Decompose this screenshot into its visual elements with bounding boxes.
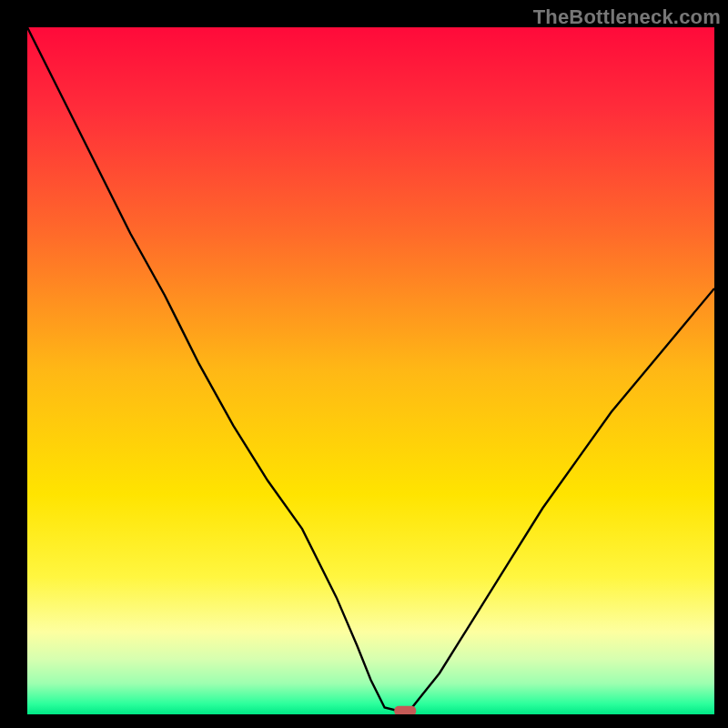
- watermark-text: TheBottleneck.com: [533, 5, 721, 29]
- minimum-marker: [394, 706, 416, 714]
- gradient-background: [27, 27, 714, 714]
- plot-area: [27, 27, 714, 714]
- chart-frame: TheBottleneck.com: [0, 0, 728, 728]
- bottleneck-chart: [27, 27, 714, 714]
